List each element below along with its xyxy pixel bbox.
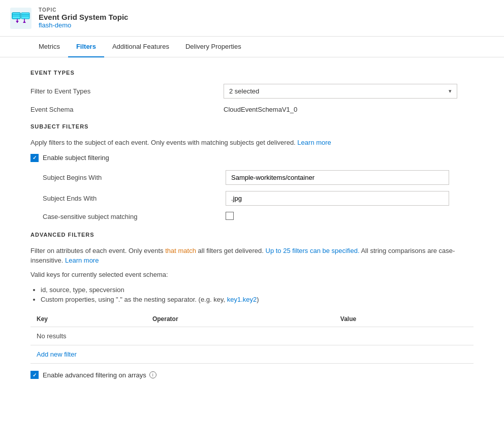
filter-table: Key Operator Value No results: [30, 311, 474, 345]
valid-keys-item-1: id, source, type, specversion: [41, 286, 474, 294]
enable-advanced-filtering-label: Enable advanced filtering on arrays: [43, 371, 146, 379]
advanced-desc-match: that match: [165, 247, 196, 254]
no-results-row: No results: [30, 327, 474, 345]
advanced-filters-title: ADVANCED FILTERS: [30, 232, 474, 238]
valid-keys-item-2: Custom properties, using "." as the nest…: [41, 296, 474, 303]
subject-filters-description: Apply filters to the subject of each eve…: [30, 138, 474, 148]
advanced-filters-description: Filter on attributes of each event. Only…: [30, 246, 474, 266]
svg-rect-3: [12, 14, 20, 15]
advanced-desc-part2: all filters get delivered.: [198, 247, 264, 254]
col-value: Value: [334, 311, 474, 327]
custom-props-close: ): [257, 296, 259, 303]
divider: [30, 363, 474, 364]
case-sensitive-row: Case-sensitive subject matching: [43, 212, 474, 221]
filter-event-types-label: Filter to Event Types: [30, 87, 224, 95]
filter-event-types-dropdown[interactable]: 2 selected ▾: [224, 84, 457, 99]
subject-ends-control: [226, 191, 474, 206]
subject-ends-input[interactable]: [226, 191, 449, 206]
top-header: TOPIC Event Grid System Topic flash-demo: [0, 0, 504, 37]
subject-filters-learn-more-link[interactable]: Learn more: [297, 139, 331, 146]
event-schema-label: Event Schema: [30, 106, 224, 113]
event-schema-value-container: CloudEventSchemaV1_0: [224, 106, 474, 113]
tab-metrics[interactable]: Metrics: [30, 37, 68, 57]
add-new-filter-link[interactable]: Add new filter: [30, 345, 83, 363]
enable-advanced-filtering-checkbox[interactable]: [30, 371, 39, 379]
event-schema-row: Event Schema CloudEventSchemaV1_0: [30, 106, 474, 113]
valid-keys-text: Valid keys for currently selected event …: [30, 271, 168, 278]
case-sensitive-checkbox[interactable]: [226, 212, 234, 220]
event-schema-value: CloudEventSchemaV1_0: [224, 106, 297, 113]
enable-subject-filtering-label: Enable subject filtering: [43, 154, 109, 162]
topic-type-label: TOPIC: [39, 7, 128, 13]
tab-delivery-properties[interactable]: Delivery Properties: [177, 37, 249, 57]
dropdown-value: 2 selected: [229, 87, 259, 95]
topic-icon: [10, 8, 32, 29]
advanced-filters-learn-more-link[interactable]: Learn more: [65, 257, 99, 264]
enable-subject-filtering-checkbox[interactable]: [30, 154, 39, 162]
valid-keys-list: id, source, type, specversion Custom pro…: [41, 286, 474, 303]
subject-filter-inputs: Subject Begins With Subject Ends With Ca…: [43, 170, 474, 221]
col-key: Key: [30, 311, 146, 327]
svg-rect-7: [21, 16, 29, 16]
filter-event-types-row: Filter to Event Types 2 selected ▾: [30, 84, 474, 99]
subject-filters-desc-text: Apply filters to the subject of each eve…: [30, 139, 296, 146]
subject-begins-control: [226, 170, 474, 185]
subject-ends-row: Subject Ends With: [43, 191, 474, 206]
case-sensitive-label: Case-sensitive subject matching: [43, 213, 226, 220]
chevron-down-icon: ▾: [449, 88, 452, 94]
tabs-bar: Metrics Filters Additional Features Deli…: [0, 37, 504, 57]
advanced-desc-part3: Up to 25 filters can be specified.: [266, 247, 360, 254]
subject-filters-section: SUBJECT FILTERS Apply filters to the sub…: [30, 123, 474, 221]
event-types-title: EVENT TYPES: [30, 70, 474, 76]
svg-rect-4: [12, 16, 20, 16]
col-operator: Operator: [146, 311, 334, 327]
filter-event-types-control: 2 selected ▾: [224, 84, 474, 99]
subject-begins-label: Subject Begins With: [43, 174, 226, 181]
info-icon[interactable]: i: [149, 371, 156, 378]
subject-begins-input[interactable]: [226, 170, 449, 185]
case-sensitive-control: [226, 212, 474, 221]
subject-ends-label: Subject Ends With: [43, 195, 226, 202]
filter-table-header-row: Key Operator Value: [30, 311, 474, 327]
topic-subtitle[interactable]: flash-demo: [39, 21, 128, 29]
tab-additional-features[interactable]: Additional Features: [104, 37, 177, 57]
subject-begins-row: Subject Begins With: [43, 170, 474, 185]
valid-keys-container: Valid keys for currently selected event …: [30, 270, 474, 280]
event-types-section: EVENT TYPES Filter to Event Types 2 sele…: [30, 70, 474, 113]
enable-advanced-filtering-row[interactable]: Enable advanced filtering on arrays i: [30, 371, 474, 379]
svg-rect-6: [21, 14, 29, 15]
subject-filters-title: SUBJECT FILTERS: [30, 123, 474, 130]
main-content: EVENT TYPES Filter to Event Types 2 sele…: [0, 57, 504, 401]
key1-key2-link[interactable]: key1.key2: [227, 296, 257, 303]
tab-filters[interactable]: Filters: [68, 37, 104, 57]
enable-subject-filtering-row[interactable]: Enable subject filtering: [30, 154, 474, 162]
no-results-text: No results: [30, 327, 474, 345]
custom-props-text: Custom properties, using "." as the nest…: [41, 296, 227, 303]
topic-title: Event Grid System Topic: [39, 13, 128, 21]
advanced-filters-section: ADVANCED FILTERS Filter on attributes of…: [30, 232, 474, 379]
advanced-desc-part1: Filter on attributes of each event. Only…: [30, 247, 164, 254]
